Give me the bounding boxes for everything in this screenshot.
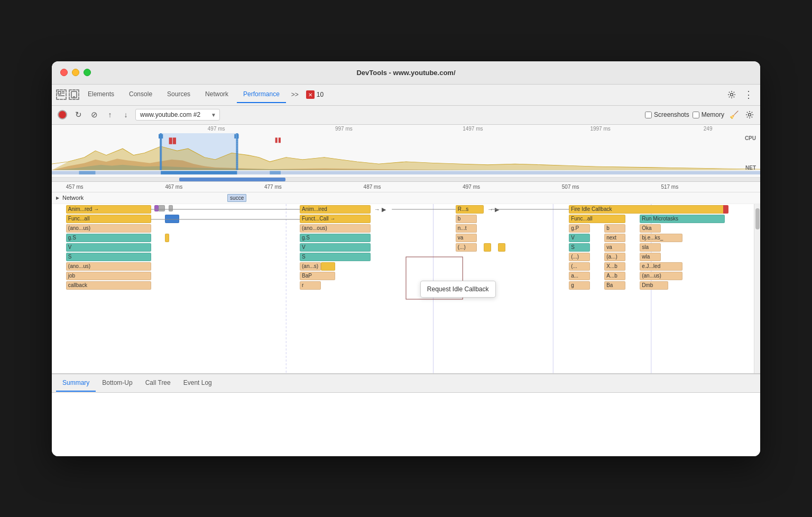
flame-b-4[interactable]: b	[604, 224, 625, 233]
screenshots-checkbox[interactable]	[645, 112, 652, 118]
minimize-button[interactable]	[72, 69, 79, 76]
flame-a-4[interactable]: (a...)	[604, 253, 625, 261]
flame-func-all-4[interactable]: Func...all	[569, 215, 625, 223]
flame-job-1[interactable]: job	[66, 272, 151, 280]
tooltip-request-idle: Request Idle Callback	[420, 281, 496, 298]
flame-ba-4[interactable]: Ba	[604, 281, 625, 290]
memory-checkbox[interactable]	[693, 112, 699, 118]
tab-elements[interactable]: Elements	[81, 86, 121, 103]
scrollbar-thumb[interactable]	[179, 178, 285, 181]
flame-yellow-3b[interactable]	[498, 243, 505, 252]
flame-v-2[interactable]: V	[300, 243, 371, 252]
tab-event-log[interactable]: Event Log	[177, 375, 218, 392]
flame-gs-1[interactable]: g.S	[66, 234, 151, 242]
flame-v-1[interactable]: V	[66, 243, 151, 252]
flame-s-4[interactable]: S	[569, 243, 590, 252]
tab-summary[interactable]: Summary	[56, 375, 96, 392]
tab-bottom-up[interactable]: Bottom-Up	[96, 375, 139, 392]
upload-button[interactable]: ↑	[104, 108, 116, 121]
flame-g-4[interactable]: g	[569, 281, 590, 290]
flame-ano-us-1[interactable]: (ano...us)	[66, 224, 151, 233]
svg-rect-19	[236, 133, 238, 170]
reload-record-button[interactable]: ↻	[72, 108, 85, 121]
flame-bje-4[interactable]: bj.e...ks_	[640, 234, 682, 242]
overview-section[interactable]: 497 ms 997 ms 1497 ms 1997 ms 249	[52, 125, 760, 178]
flame-oka-4[interactable]: Oka	[640, 224, 661, 233]
flame-gp-4[interactable]: g.P	[569, 224, 590, 233]
inspect-icon[interactable]	[56, 89, 67, 100]
flame-nt-3[interactable]: n...t	[456, 224, 477, 233]
overview-chart[interactable]	[52, 133, 760, 177]
flame-gray-2[interactable]	[169, 205, 173, 211]
flame-ab-4[interactable]: A...b	[604, 272, 625, 280]
network-expand-icon[interactable]: ▶	[56, 196, 59, 200]
time-marker-6: 507 ms	[562, 184, 579, 190]
flame-r-2[interactable]: r	[300, 281, 321, 290]
tab-console[interactable]: Console	[123, 86, 159, 103]
flame-rs-3[interactable]: R...s	[456, 205, 484, 214]
flame-purple-1[interactable]	[154, 205, 159, 211]
tab-sources[interactable]: Sources	[161, 86, 197, 103]
flame-gs-2[interactable]: g.S	[300, 234, 371, 242]
clear-button[interactable]: ⊘	[88, 108, 100, 121]
flame-fire-idle[interactable]: Fire Idle Callback	[569, 205, 725, 214]
tooltip-text: Request Idle Callback	[427, 285, 489, 293]
flame-blue-1[interactable]	[165, 215, 179, 223]
flame-dmb-4[interactable]: Dmb	[640, 281, 668, 290]
flame-ejled-4[interactable]: e.J...led	[640, 262, 682, 271]
flame-anus-4[interactable]: (an...us)	[640, 272, 682, 280]
capture-settings-button[interactable]	[743, 108, 756, 121]
flame-sla-4[interactable]: sla	[640, 243, 661, 252]
flame-funct-call-2[interactable]: Funct...Call →	[300, 215, 371, 223]
settings-button[interactable]	[724, 87, 739, 102]
maximize-button[interactable]	[84, 69, 91, 76]
tab-network[interactable]: Network	[199, 86, 235, 103]
scrollbar-thumb[interactable]	[755, 208, 760, 229]
flame-run-microtasks[interactable]: Run Microtasks	[640, 215, 725, 223]
tab-call-tree[interactable]: Call Tree	[139, 375, 177, 392]
more-options-button[interactable]: ⋮	[741, 87, 756, 102]
flame-anim-ired-2[interactable]: Anim...ired	[300, 205, 371, 214]
flame-b-3[interactable]: b	[456, 215, 477, 223]
flame-s-2[interactable]: S	[300, 253, 371, 261]
arrow-2: → ▶	[487, 206, 499, 213]
overview-scrollbar[interactable]	[52, 178, 760, 182]
flame-ano-ous-2[interactable]: (ano...ous)	[300, 224, 371, 233]
flame-xb-4[interactable]: X...b	[604, 262, 625, 271]
flame-yellow-3a[interactable]	[484, 243, 491, 252]
flame-content[interactable]: Anim...red → Anim...ired → ▶ R...s → ▶ F…	[52, 204, 760, 373]
flame-bap-2[interactable]: BaP	[300, 272, 335, 280]
svg-rect-16	[275, 137, 278, 143]
flame-yellow-col2[interactable]	[321, 262, 335, 271]
svg-rect-21	[161, 134, 163, 138]
vertical-scrollbar[interactable]	[754, 204, 760, 373]
flame-v-4[interactable]: V	[569, 234, 590, 242]
flame-ano-us-1b[interactable]: (ano...us)	[66, 262, 151, 271]
flame-va-4[interactable]: va	[604, 243, 625, 252]
flame-ellipsis2-4[interactable]: (...	[569, 262, 590, 271]
flame-s-1[interactable]: S	[66, 253, 151, 261]
collect-garbage-button[interactable]: 🧹	[727, 108, 740, 121]
tab-performance[interactable]: Performance	[237, 86, 286, 103]
device-icon[interactable]	[69, 89, 79, 100]
flame-yellow-strip[interactable]	[165, 234, 169, 242]
flame-wla-4[interactable]: wla	[640, 253, 661, 261]
more-tabs-button[interactable]: >>	[288, 89, 302, 100]
flame-va-3[interactable]: va	[456, 234, 477, 242]
time-marker-1: 457 ms	[66, 184, 84, 190]
flame-ellipsis-3[interactable]: (...)	[456, 243, 477, 252]
flame-func-all-1[interactable]: Func...all	[66, 215, 151, 223]
record-button[interactable]	[56, 108, 69, 121]
flame-a3-4[interactable]: a...	[569, 272, 590, 280]
flame-callback-1[interactable]: callback	[66, 281, 151, 290]
flame-ans-2[interactable]: (an...s)	[300, 262, 321, 271]
flame-next-4[interactable]: next	[604, 234, 625, 242]
close-button[interactable]	[60, 69, 68, 76]
url-select[interactable]: www.youtube.com #2 ▼	[135, 109, 220, 121]
url-value: www.youtube.com #2	[140, 111, 200, 118]
svg-rect-20	[159, 134, 160, 138]
flame-gray-1[interactable]	[158, 205, 165, 211]
flame-ellipsis-4a[interactable]: (...)	[569, 253, 590, 261]
download-button[interactable]: ↓	[119, 108, 132, 121]
flame-anim-red-1[interactable]: Anim...red →	[66, 205, 151, 214]
